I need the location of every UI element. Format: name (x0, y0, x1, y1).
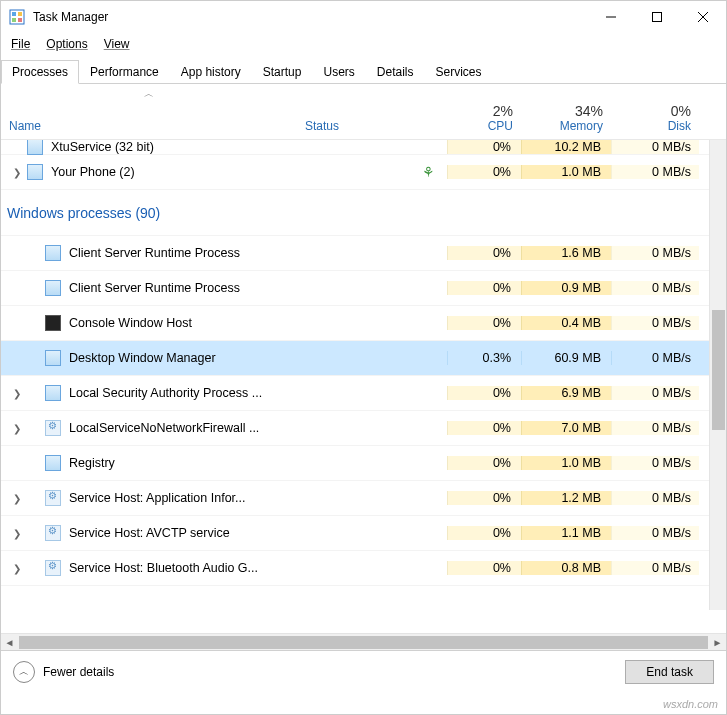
cpu-value: 0% (447, 140, 521, 154)
group-label: Windows processes (90) (1, 205, 297, 221)
process-row[interactable]: ❯XtuService (32 bit)0%10.2 MB0 MB/s (1, 140, 726, 155)
horizontal-scrollbar[interactable]: ◄ ► (1, 633, 726, 650)
process-name: Your Phone (2) (51, 165, 135, 179)
process-icon (45, 350, 61, 366)
process-group-header[interactable]: Windows processes (90) (1, 190, 726, 236)
process-icon (27, 164, 43, 180)
tab-details[interactable]: Details (366, 60, 425, 84)
process-name: LocalServiceNoNetworkFirewall ... (69, 421, 259, 435)
column-headers: ︿ Name Status 2%CPU 34%Memory 0%Disk (1, 84, 726, 140)
process-icon (45, 560, 61, 576)
memory-value: 1.6 MB (521, 246, 611, 260)
process-icon (45, 420, 61, 436)
header-status[interactable]: Status (297, 84, 447, 139)
tab-startup[interactable]: Startup (252, 60, 313, 84)
header-name[interactable]: ︿ Name (1, 84, 297, 139)
process-icon (45, 280, 61, 296)
expand-icon[interactable]: ❯ (9, 167, 25, 178)
header-disk[interactable]: 0%Disk (611, 84, 699, 139)
menu-options[interactable]: Options (46, 37, 87, 51)
collapse-icon: ︿ (13, 661, 35, 683)
process-name: Service Host: AVCTP service (69, 526, 230, 540)
vertical-scrollbar[interactable] (709, 140, 726, 610)
tab-strip: Processes Performance App history Startu… (1, 59, 726, 84)
process-row[interactable]: ❯Registry0%1.0 MB0 MB/s (1, 446, 726, 481)
process-row[interactable]: ❯Local Security Authority Process ...0%6… (1, 376, 726, 411)
tab-app-history[interactable]: App history (170, 60, 252, 84)
process-row[interactable]: ❯Your Phone (2)⚘0%1.0 MB0 MB/s (1, 155, 726, 190)
process-icon (45, 490, 61, 506)
process-row[interactable]: ❯Client Server Runtime Process0%0.9 MB0 … (1, 271, 726, 306)
memory-value: 1.1 MB (521, 526, 611, 540)
process-row[interactable]: ❯Client Server Runtime Process0%1.6 MB0 … (1, 236, 726, 271)
end-task-button[interactable]: End task (625, 660, 714, 684)
process-icon (45, 315, 61, 331)
menu-view[interactable]: View (104, 37, 130, 51)
process-name: Desktop Window Manager (69, 351, 216, 365)
scroll-right-icon[interactable]: ► (709, 637, 726, 648)
svg-rect-1 (12, 12, 16, 16)
process-row[interactable]: ❯Service Host: Application Infor...0%1.2… (1, 481, 726, 516)
disk-value: 0 MB/s (611, 281, 699, 295)
disk-value: 0 MB/s (611, 316, 699, 330)
memory-value: 1.0 MB (521, 456, 611, 470)
header-memory[interactable]: 34%Memory (521, 84, 611, 139)
process-name: Service Host: Bluetooth Audio G... (69, 561, 258, 575)
process-row[interactable]: ❯Console Window Host0%0.4 MB0 MB/s (1, 306, 726, 341)
memory-value: 1.2 MB (521, 491, 611, 505)
cpu-value: 0% (447, 526, 521, 540)
disk-value: 0 MB/s (611, 526, 699, 540)
disk-value: 0 MB/s (611, 491, 699, 505)
cpu-value: 0% (447, 456, 521, 470)
scroll-left-icon[interactable]: ◄ (1, 637, 18, 648)
tab-users[interactable]: Users (312, 60, 365, 84)
header-cpu[interactable]: 2%CPU (447, 84, 521, 139)
memory-value: 10.2 MB (521, 140, 611, 154)
disk-value: 0 MB/s (611, 165, 699, 179)
minimize-button[interactable] (588, 1, 634, 33)
process-name: Client Server Runtime Process (69, 281, 240, 295)
maximize-button[interactable] (634, 1, 680, 33)
tab-services[interactable]: Services (425, 60, 493, 84)
expand-icon[interactable]: ❯ (9, 423, 25, 434)
cpu-value: 0% (447, 386, 521, 400)
watermark: wsxdn.com (663, 698, 718, 710)
disk-value: 0 MB/s (611, 456, 699, 470)
memory-value: 7.0 MB (521, 421, 611, 435)
svg-rect-4 (18, 18, 22, 22)
process-list[interactable]: ❯XtuService (32 bit)0%10.2 MB0 MB/s ❯You… (1, 140, 726, 610)
svg-rect-3 (12, 18, 16, 22)
expand-icon[interactable]: ❯ (9, 563, 25, 574)
window-title: Task Manager (33, 10, 588, 24)
process-row[interactable]: ❯LocalServiceNoNetworkFirewall ...0%7.0 … (1, 411, 726, 446)
disk-value: 0 MB/s (611, 386, 699, 400)
scrollbar-thumb[interactable] (712, 310, 725, 430)
expand-icon[interactable]: ❯ (9, 388, 25, 399)
process-row[interactable]: ❯Service Host: AVCTP service0%1.1 MB0 MB… (1, 516, 726, 551)
process-icon (27, 140, 43, 155)
fewer-details-toggle[interactable]: ︿ Fewer details (13, 661, 114, 683)
leaf-icon: ⚘ (422, 164, 435, 180)
close-button[interactable] (680, 1, 726, 33)
process-name: Console Window Host (69, 316, 192, 330)
cpu-value: 0% (447, 316, 521, 330)
cpu-value: 0% (447, 491, 521, 505)
expand-icon[interactable]: ❯ (9, 493, 25, 504)
svg-rect-6 (653, 13, 662, 22)
cpu-value: 0% (447, 246, 521, 260)
cpu-value: 0% (447, 421, 521, 435)
svg-rect-2 (18, 12, 22, 16)
expand-icon[interactable]: ❯ (9, 528, 25, 539)
tab-processes[interactable]: Processes (1, 60, 79, 84)
scrollbar-track[interactable] (19, 636, 708, 649)
tab-performance[interactable]: Performance (79, 60, 170, 84)
process-row[interactable]: ❯Desktop Window Manager0.3%60.9 MB0 MB/s (1, 341, 726, 376)
process-row[interactable]: ❯Service Host: Bluetooth Audio G...0%0.8… (1, 551, 726, 586)
disk-value: 0 MB/s (611, 246, 699, 260)
process-icon (45, 525, 61, 541)
disk-value: 0 MB/s (611, 140, 699, 154)
process-name: Local Security Authority Process ... (69, 386, 262, 400)
process-name: Service Host: Application Infor... (69, 491, 245, 505)
menu-file[interactable]: File (11, 37, 30, 51)
footer: ︿ Fewer details End task (1, 650, 726, 692)
